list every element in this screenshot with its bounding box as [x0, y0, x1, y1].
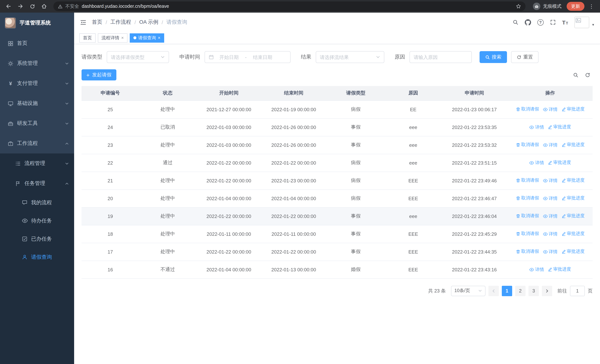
- reason-input[interactable]: [413, 54, 468, 60]
- help-icon[interactable]: ?: [537, 19, 544, 25]
- url-text[interactable]: dashboard.yudao.iocoder.cn/bpm/oa/leave: [82, 4, 169, 9]
- action-cancel-leave-link[interactable]: 取消请假: [516, 195, 539, 201]
- action-approval-progress-link[interactable]: 审批进度: [548, 124, 571, 130]
- breadcrumb-workflow[interactable]: 工作流程: [111, 19, 131, 26]
- sidebar-item-devtools[interactable]: 研发工具: [0, 113, 74, 133]
- font-size-icon[interactable]: TT: [562, 19, 568, 25]
- app-logo[interactable]: 芋道管理系统: [0, 13, 74, 33]
- cell-end-time: 2022-01-13 00:00:00: [261, 261, 326, 278]
- sidebar-item-payment[interactable]: ¥ 支付管理: [0, 73, 74, 93]
- action-detail-link[interactable]: 详情: [543, 231, 558, 237]
- sidebar-item-task-mgmt[interactable]: 任务管理: [0, 173, 74, 194]
- action-detail-link[interactable]: 详情: [529, 124, 544, 131]
- action-approval-progress-link[interactable]: 审批进度: [561, 249, 585, 255]
- reason-field[interactable]: [410, 51, 472, 63]
- apply-time-range-picker[interactable]: -: [205, 51, 291, 63]
- action-cancel-leave-link[interactable]: 取消请假: [516, 142, 539, 148]
- github-icon[interactable]: [525, 19, 531, 25]
- chevron-down-icon: [65, 161, 69, 166]
- action-approval-progress-link[interactable]: 审批进度: [561, 142, 585, 148]
- cell-status: 处理中: [139, 136, 197, 154]
- create-leave-button[interactable]: + 发起请假: [82, 69, 116, 80]
- action-approval-progress-link[interactable]: 审批进度: [561, 177, 585, 184]
- close-icon[interactable]: ×: [158, 36, 160, 40]
- back-icon[interactable]: [4, 1, 13, 11]
- cell-status: 处理中: [139, 172, 197, 189]
- check-square-icon: [21, 236, 28, 242]
- cell-apply-time: 2022-01-23 00:06:17: [441, 101, 508, 118]
- col-reason: 原因: [385, 86, 441, 101]
- search-icon[interactable]: [512, 19, 518, 25]
- page-size-select[interactable]: 10条/页: [451, 286, 486, 296]
- cell-start-time: 2022-01-22 00:00:00: [197, 243, 261, 261]
- action-detail-link[interactable]: 详情: [543, 249, 558, 255]
- leave-type-input[interactable]: [111, 54, 158, 60]
- cell-actions: 详情审批进度: [508, 261, 593, 278]
- sidebar-item-system[interactable]: 系统管理: [0, 53, 74, 73]
- update-button[interactable]: 更新: [567, 2, 584, 11]
- start-date-input[interactable]: [216, 54, 242, 60]
- action-detail-link[interactable]: 详情: [543, 106, 558, 113]
- sidebar-item-process-mgmt[interactable]: 流程管理: [0, 153, 74, 173]
- page-button-1[interactable]: 1: [502, 286, 512, 296]
- refresh-table-icon[interactable]: [585, 72, 590, 78]
- action-approval-progress-link[interactable]: 审批进度: [561, 213, 585, 219]
- goto-page-input[interactable]: [570, 286, 585, 296]
- address-bar[interactable]: 不安全 dashboard.yudao.iocoder.cn/bpm/oa/le…: [53, 1, 525, 11]
- tab-process-detail[interactable]: 流程详情 ×: [98, 33, 128, 42]
- action-approval-progress-link[interactable]: 审批进度: [561, 106, 585, 112]
- action-detail-link[interactable]: 详情: [543, 177, 558, 184]
- action-detail-link[interactable]: 详情: [543, 142, 558, 148]
- breadcrumb-home[interactable]: 首页: [92, 19, 102, 26]
- action-approval-progress-link[interactable]: 审批进度: [548, 266, 571, 273]
- trash-icon: [516, 250, 520, 254]
- action-approval-progress-link[interactable]: 审批进度: [561, 231, 585, 237]
- sidebar-item-infra[interactable]: 基础设施: [0, 93, 74, 113]
- toggle-search-icon[interactable]: [573, 72, 579, 78]
- action-cancel-leave-link[interactable]: 取消请假: [516, 249, 539, 255]
- browser-home-icon[interactable]: [39, 1, 49, 11]
- action-approval-progress-link[interactable]: 审批进度: [548, 159, 571, 166]
- page-button-2[interactable]: 2: [515, 286, 525, 296]
- breadcrumb-separator: /: [106, 19, 107, 25]
- result-input[interactable]: [320, 54, 374, 60]
- action-detail-link[interactable]: 详情: [529, 160, 544, 166]
- leave-type-select[interactable]: [107, 51, 169, 63]
- reload-icon[interactable]: [28, 1, 37, 11]
- action-detail-link[interactable]: 详情: [529, 267, 544, 273]
- tab-leave-query[interactable]: 请假查询 ×: [130, 33, 164, 42]
- forward-icon[interactable]: [16, 1, 25, 11]
- result-select[interactable]: [316, 51, 384, 63]
- bookmark-star-icon[interactable]: [516, 4, 521, 9]
- sidebar-item-home[interactable]: 首页: [0, 33, 74, 53]
- action-detail-link[interactable]: 详情: [543, 195, 558, 202]
- action-cancel-leave-link[interactable]: 取消请假: [516, 231, 539, 237]
- tab-home[interactable]: 首页: [79, 33, 96, 42]
- action-detail-link[interactable]: 详情: [543, 213, 558, 219]
- trash-icon: [516, 196, 520, 201]
- sidebar-item-todo-tasks[interactable]: 待办任务: [0, 212, 74, 230]
- reset-button[interactable]: 重置: [511, 51, 538, 63]
- page-button-3[interactable]: 3: [528, 286, 539, 296]
- sidebar-fold-icon[interactable]: [80, 19, 86, 25]
- action-cancel-leave-link[interactable]: 取消请假: [516, 213, 539, 219]
- sidebar-item-leave-query[interactable]: 请假查询: [0, 248, 74, 266]
- action-cancel-leave-link[interactable]: 取消请假: [516, 177, 539, 184]
- security-label[interactable]: 不安全: [65, 3, 79, 9]
- browser-menu-icon[interactable]: ⋮: [587, 3, 596, 9]
- user-avatar[interactable]: [574, 17, 589, 28]
- search-button[interactable]: 搜索: [479, 51, 507, 63]
- action-cancel-leave-link[interactable]: 取消请假: [516, 106, 539, 112]
- cell-apply-id: 21: [82, 172, 139, 189]
- sidebar-item-done-tasks[interactable]: 已办任务: [0, 230, 74, 248]
- next-page-button[interactable]: [542, 286, 552, 296]
- fullscreen-icon[interactable]: [550, 19, 556, 25]
- caret-down-icon[interactable]: ▾: [592, 22, 594, 28]
- sidebar-item-workflow[interactable]: 工作流程: [0, 133, 74, 153]
- action-approval-progress-link[interactable]: 审批进度: [561, 195, 585, 201]
- close-icon[interactable]: ×: [121, 36, 124, 40]
- prev-page-button[interactable]: [488, 286, 499, 296]
- end-date-input[interactable]: [249, 54, 276, 60]
- sidebar-item-my-processes[interactable]: 我的流程: [0, 194, 74, 212]
- breadcrumb-oa-example[interactable]: OA 示例: [139, 19, 159, 26]
